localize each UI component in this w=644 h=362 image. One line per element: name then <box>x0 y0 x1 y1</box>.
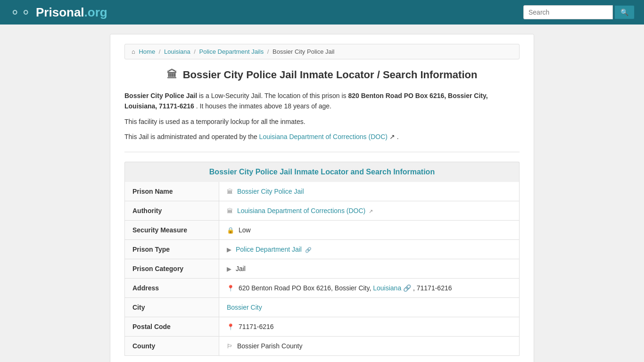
breadcrumb-police-dept-jails[interactable]: Police Department Jails <box>199 48 264 55</box>
table-label: Prison Category <box>125 259 219 278</box>
table-row: City Bossier City <box>125 297 520 317</box>
table-value: Bossier City <box>219 297 520 317</box>
table-row: Security Measure 🔒 Low <box>125 220 520 239</box>
table-row: Address 📍 620 Benton Road PO Box 6216, B… <box>125 278 520 297</box>
search-button[interactable]: 🔍 <box>615 5 635 19</box>
table-value: 📍 620 Benton Road PO Box 6216, Bossier C… <box>219 278 520 297</box>
category-value: Jail <box>236 265 246 272</box>
table-value: 📍 71171-6216 <box>219 317 520 336</box>
table-label: City <box>125 297 219 317</box>
security-value: Low <box>239 226 251 234</box>
table-row: Prison Name 🏛 Bossier City Police Jail <box>125 182 520 201</box>
address-suffix: , 71171-6216 <box>413 284 452 292</box>
description-1: Bossier City Police Jail is a Low-Securi… <box>124 90 520 112</box>
breadcrumb: ⌂ Home / Louisiana / Police Department J… <box>124 44 520 59</box>
desc3-part2: . <box>397 133 399 140</box>
description-2: This facility is used as a temporarily l… <box>124 116 520 127</box>
ext-icon-desc: ↗ <box>389 133 395 140</box>
prison-name-link[interactable]: Bossier City Police Jail <box>237 188 304 195</box>
table-value: 🏛 Louisiana Department of Corrections (D… <box>219 201 520 220</box>
table-value: 🏳 Bossier Parish County <box>219 336 520 355</box>
county-value: Bossier Parish County <box>237 342 303 350</box>
desc3-part1: This Jail is administrated and operated … <box>124 133 259 140</box>
label-text: Prison Name <box>132 188 173 195</box>
table-row: Prison Type ▶ Police Department Jail 🔗 <box>125 239 520 259</box>
prison-name-icon: 🏛 <box>227 188 233 195</box>
page-title-text: Bossier City Police Jail Inmate Locator … <box>183 69 478 81</box>
table-label: Address <box>125 278 219 297</box>
table-value: 🏛 Bossier City Police Jail <box>219 182 520 201</box>
authority-icon: 🏛 <box>227 207 233 214</box>
description-3: This Jail is administrated and operated … <box>124 132 520 142</box>
prison-type-link[interactable]: Police Department Jail <box>236 246 302 253</box>
table-value: ▶ Police Department Jail 🔗 <box>219 239 520 259</box>
county-icon: 🏳 <box>227 343 233 350</box>
table-label: Authority <box>125 201 219 220</box>
table-value: 🔒 Low <box>219 220 520 239</box>
search-input[interactable] <box>523 5 613 19</box>
label-text: Address <box>132 284 159 292</box>
category-icon: ▶ <box>227 265 231 272</box>
label-text: County <box>132 342 155 350</box>
table-label: Postal Code <box>125 317 219 336</box>
label-text: City <box>132 304 145 311</box>
address-icon: 📍 <box>227 285 234 292</box>
home-icon: ⌂ <box>132 48 135 55</box>
logo-link[interactable]: Prisonal.org <box>36 5 107 20</box>
table-row: Prison Category ▶ Jail <box>125 259 520 278</box>
address-state-link[interactable]: Louisiana <box>373 284 401 292</box>
info-table: Prison Name 🏛 Bossier City Police Jail A… <box>124 182 520 356</box>
logo-area: ⚬⚬ Prisonal.org <box>9 5 107 20</box>
address-prefix: 620 Benton Road PO Box 6216, Bossier Cit… <box>239 284 373 292</box>
breadcrumb-current: Bossier City Police Jail <box>272 48 335 55</box>
postal-icon: 📍 <box>227 323 234 330</box>
authority-link[interactable]: Louisiana Department of Corrections (DOC… <box>237 207 365 214</box>
table-row: Authority 🏛 Louisiana Department of Corr… <box>125 201 520 220</box>
ext-link-address: 🔗 <box>403 284 411 292</box>
table-title-text: Bossier City Police Jail Inmate Locator … <box>209 168 435 176</box>
page-title: 🏛 Bossier City Police Jail Inmate Locato… <box>124 69 520 81</box>
ext-link-icon-type: 🔗 <box>305 247 312 253</box>
label-text: Postal Code <box>132 323 171 330</box>
table-label: Security Measure <box>125 220 219 239</box>
table-section-title: Bossier City Police Jail Inmate Locator … <box>124 162 520 182</box>
label-text: Security Measure <box>132 226 187 234</box>
desc1-part2: . It houses the inmates above 18 years o… <box>196 102 331 110</box>
breadcrumb-louisiana[interactable]: Louisiana <box>164 48 190 55</box>
breadcrumb-home[interactable]: Home <box>139 48 155 55</box>
table-label: Prison Type <box>125 239 219 259</box>
logo-ext: .org <box>84 5 107 19</box>
postal-value: 71171-6216 <box>239 323 274 330</box>
divider <box>124 152 520 152</box>
city-link[interactable]: Bossier City <box>227 304 262 311</box>
table-label: County <box>125 336 219 355</box>
lock-icon: 🔒 <box>227 227 234 234</box>
header: ⚬⚬ Prisonal.org 🔍 <box>0 0 644 25</box>
main-container: ⌂ Home / Louisiana / Police Department J… <box>110 34 534 362</box>
prison-title-icon: 🏛 <box>167 69 177 81</box>
label-text: Prison Category <box>132 265 183 272</box>
doc-link[interactable]: Louisiana Department of Corrections (DOC… <box>259 133 388 140</box>
logo-icon: ⚬⚬ <box>9 5 31 20</box>
table-value: ▶ Jail <box>219 259 520 278</box>
desc1-part1: is a Low-Security Jail. The location of … <box>199 92 348 99</box>
type-icon: ▶ <box>227 246 231 253</box>
label-text: Prison Type <box>132 246 170 253</box>
label-text: Authority <box>132 207 162 214</box>
desc2-text: This facility is used as a temporarily l… <box>124 118 305 125</box>
search-area: 🔍 <box>523 5 635 19</box>
table-label: Prison Name <box>125 182 219 201</box>
prison-name-bold: Bossier City Police Jail <box>124 92 197 99</box>
table-row: Postal Code 📍 71171-6216 <box>125 317 520 336</box>
ext-link-icon: ↗ <box>369 208 373 214</box>
table-row: County 🏳 Bossier Parish County <box>125 336 520 355</box>
